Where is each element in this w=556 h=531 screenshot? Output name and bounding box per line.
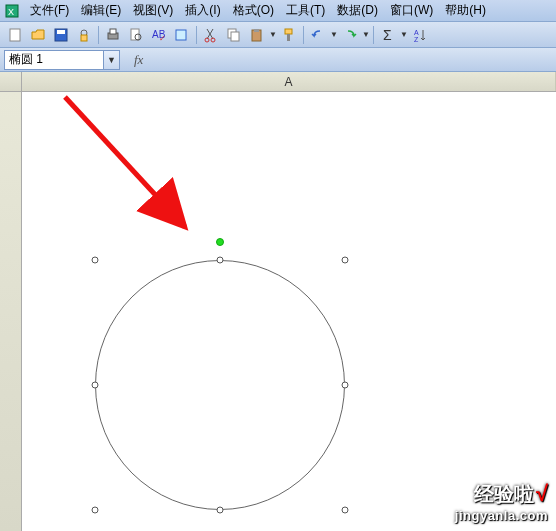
research-button[interactable]: [171, 24, 193, 46]
name-box-dropdown[interactable]: ▼: [104, 50, 120, 70]
menu-help[interactable]: 帮助(H): [439, 0, 492, 21]
svg-rect-6: [81, 35, 87, 41]
spell-button[interactable]: AB✓: [148, 24, 170, 46]
save-button[interactable]: [50, 24, 72, 46]
row-header-gutter[interactable]: [0, 92, 22, 531]
copy-button[interactable]: [223, 24, 245, 46]
new-button[interactable]: [4, 24, 26, 46]
select-all-corner[interactable]: [0, 72, 22, 91]
menu-edit[interactable]: 编辑(E): [75, 0, 127, 21]
watermark-url: jingyanla.com: [455, 508, 548, 523]
ellipse-shape[interactable]: [95, 260, 345, 510]
svg-rect-13: [176, 30, 186, 40]
open-button[interactable]: [27, 24, 49, 46]
resize-handle-w[interactable]: [92, 382, 99, 389]
menu-tools[interactable]: 工具(T): [280, 0, 331, 21]
separator: [98, 26, 99, 44]
excel-icon: X: [4, 3, 20, 19]
svg-text:Z: Z: [414, 36, 419, 43]
resize-handle-s[interactable]: [217, 507, 224, 514]
sheet-canvas[interactable]: 经验啦√ jingyanla.com: [22, 92, 556, 531]
separator: [196, 26, 197, 44]
undo-button[interactable]: [307, 24, 329, 46]
resize-handle-n[interactable]: [217, 257, 224, 264]
watermark: 经验啦√ jingyanla.com: [455, 481, 548, 523]
resize-handle-ne[interactable]: [342, 257, 349, 264]
svg-text:Σ: Σ: [383, 27, 392, 43]
svg-rect-2: [10, 29, 20, 41]
worksheet-area: 经验啦√ jingyanla.com: [0, 92, 556, 531]
preview-button[interactable]: [125, 24, 147, 46]
separator: [303, 26, 304, 44]
standard-toolbar: AB✓ ▼ ▼ ▼ Σ ▼ AZ: [0, 22, 556, 48]
print-button[interactable]: [102, 24, 124, 46]
column-header-a[interactable]: A: [22, 72, 556, 91]
menu-bar: X 文件(F) 编辑(E) 视图(V) 插入(I) 格式(O) 工具(T) 数据…: [0, 0, 556, 22]
formula-input[interactable]: [143, 50, 552, 70]
separator: [373, 26, 374, 44]
svg-text:X: X: [8, 7, 14, 17]
svg-text:✓: ✓: [159, 34, 166, 43]
watermark-title: 经验啦: [474, 483, 534, 505]
svg-text:A: A: [414, 29, 419, 36]
annotation-arrow: [50, 82, 230, 252]
resize-handle-se[interactable]: [342, 507, 349, 514]
format-painter-button[interactable]: [278, 24, 300, 46]
resize-handle-sw[interactable]: [92, 507, 99, 514]
menu-data[interactable]: 数据(D): [331, 0, 384, 21]
resize-handle-nw[interactable]: [92, 257, 99, 264]
formula-bar-row: 椭圆 1 ▼ fx: [0, 48, 556, 72]
column-header-row: A: [0, 72, 556, 92]
svg-rect-4: [57, 30, 65, 34]
cut-button[interactable]: [200, 24, 222, 46]
check-icon: √: [536, 481, 548, 506]
svg-rect-19: [254, 29, 259, 32]
svg-line-25: [65, 97, 185, 227]
sort-button[interactable]: AZ: [409, 24, 431, 46]
redo-button[interactable]: [339, 24, 361, 46]
menu-insert[interactable]: 插入(I): [179, 0, 226, 21]
fx-label[interactable]: fx: [134, 52, 143, 68]
paste-dropdown[interactable]: ▼: [269, 24, 277, 46]
svg-rect-8: [110, 29, 116, 34]
menu-file[interactable]: 文件(F): [24, 0, 75, 21]
svg-rect-21: [287, 34, 290, 41]
svg-rect-20: [285, 29, 292, 34]
permission-button[interactable]: [73, 24, 95, 46]
menu-view[interactable]: 视图(V): [127, 0, 179, 21]
undo-dropdown[interactable]: ▼: [330, 24, 338, 46]
redo-dropdown[interactable]: ▼: [362, 24, 370, 46]
autosum-dropdown[interactable]: ▼: [400, 24, 408, 46]
resize-handle-e[interactable]: [342, 382, 349, 389]
menu-window[interactable]: 窗口(W): [384, 0, 439, 21]
svg-rect-17: [231, 32, 239, 41]
name-box[interactable]: 椭圆 1: [4, 50, 104, 70]
autosum-button[interactable]: Σ: [377, 24, 399, 46]
paste-button[interactable]: [246, 24, 268, 46]
rotation-handle[interactable]: [216, 238, 224, 246]
menu-format[interactable]: 格式(O): [227, 0, 280, 21]
